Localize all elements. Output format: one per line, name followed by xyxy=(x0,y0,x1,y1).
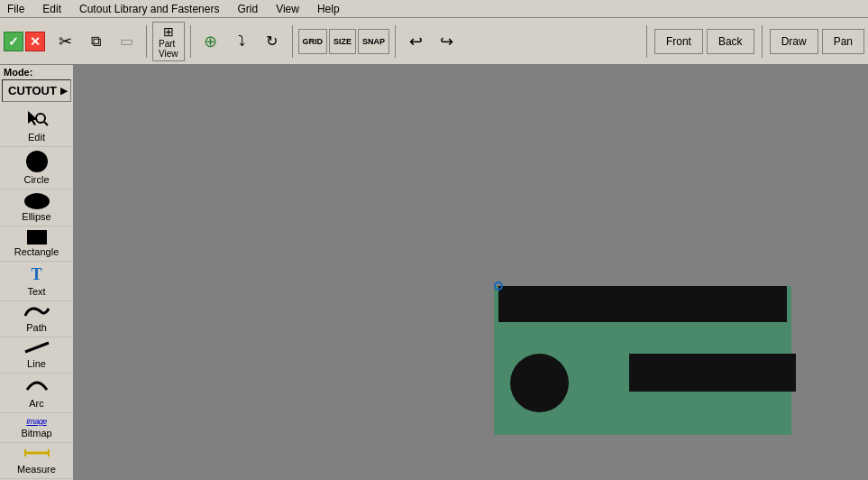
tool-line-label: Line xyxy=(27,358,46,369)
tool-ellipse-label: Ellipse xyxy=(22,211,50,222)
pointer-icon: ⤵ xyxy=(238,33,245,50)
menu-grid[interactable]: Grid xyxy=(233,2,261,16)
separator-3 xyxy=(292,25,293,58)
mode-label: Mode: xyxy=(0,65,73,79)
copy-icon: ⧉ xyxy=(91,33,101,50)
tool-edit-label: Edit xyxy=(28,132,45,143)
separator-1 xyxy=(146,25,147,58)
cut-icon: ✂ xyxy=(59,32,72,51)
tool-text[interactable]: T Text xyxy=(0,262,73,301)
view-button-group: Front Back Draw Pan xyxy=(643,25,864,58)
tool-text-label: Text xyxy=(27,286,45,297)
tool-arc[interactable]: Arc xyxy=(0,374,73,413)
tool-bitmap[interactable]: Image Bitmap xyxy=(0,413,73,443)
back-view-button[interactable]: Back xyxy=(707,29,754,54)
bitmap-icon: Image xyxy=(26,417,47,426)
tool-circle[interactable]: Circle xyxy=(0,147,73,189)
part-view-icon: ⊞ xyxy=(163,24,174,39)
tool-arc-label: Arc xyxy=(29,398,44,409)
redo-icon: ↪ xyxy=(440,32,453,51)
circle-icon xyxy=(26,151,48,172)
tool-ellipse[interactable]: Ellipse xyxy=(0,189,73,226)
snap-toggle[interactable]: SNAP xyxy=(358,29,389,54)
tool-path[interactable]: Path xyxy=(0,301,73,337)
undo-button[interactable]: ↩ xyxy=(401,22,430,61)
menu-help[interactable]: Help xyxy=(314,2,343,16)
tool-measure-label: Measure xyxy=(17,464,56,475)
main-layout: Mode: CUTOUT ▶ Edit Circle xyxy=(0,65,868,480)
menu-view[interactable]: View xyxy=(272,2,303,16)
rectangle-icon xyxy=(27,230,47,245)
separator-6 xyxy=(762,25,763,58)
svg-point-1 xyxy=(36,114,45,123)
measure-icon xyxy=(23,447,50,462)
part-view-label: Part View xyxy=(159,39,178,59)
menu-file[interactable]: File xyxy=(4,2,28,16)
menu-cutout-library[interactable]: Cutout Library and Fasteners xyxy=(76,2,223,16)
canvas-area[interactable] xyxy=(74,65,868,480)
cutout-mode-arrow: ▶ xyxy=(60,86,68,96)
menu-bar: File Edit Cutout Library and Fasteners G… xyxy=(0,0,868,18)
arc-icon xyxy=(23,377,50,396)
tool-measure[interactable]: Measure xyxy=(0,443,73,479)
copy-button[interactable]: ⧉ xyxy=(81,22,110,61)
cutout-top-bar xyxy=(498,286,787,322)
tool-path-label: Path xyxy=(26,322,47,333)
size-toggle[interactable]: SIZE xyxy=(329,29,356,54)
redo-button[interactable]: ↪ xyxy=(432,22,461,61)
cutout-mode-button[interactable]: CUTOUT ▶ xyxy=(2,79,71,102)
cutout-mode-text: CUTOUT xyxy=(8,84,57,97)
pan-button[interactable]: Pan xyxy=(822,29,864,54)
separator-5 xyxy=(646,25,647,58)
tool-line[interactable]: Line xyxy=(0,337,73,374)
tool-circle-label: Circle xyxy=(23,174,49,185)
add-button[interactable]: ⊕ xyxy=(196,22,225,61)
tool-rectangle-label: Rectangle xyxy=(14,246,59,257)
tool-edit[interactable]: Edit xyxy=(0,106,73,147)
part-view-button[interactable]: ⊞ Part View xyxy=(152,22,185,61)
refresh-button[interactable]: ↻ xyxy=(258,22,287,61)
text-icon: T xyxy=(31,265,41,284)
menu-edit[interactable]: Edit xyxy=(39,2,65,16)
tool-bitmap-label: Bitmap xyxy=(21,428,51,438)
accept-button[interactable]: ✓ xyxy=(4,32,23,51)
tool-rectangle[interactable]: Rectangle xyxy=(0,226,73,262)
path-icon xyxy=(23,305,50,320)
paste-button[interactable]: ▭ xyxy=(112,22,141,61)
svg-line-2 xyxy=(44,122,48,125)
separator-2 xyxy=(190,25,191,58)
front-view-button[interactable]: Front xyxy=(654,29,703,54)
sidebar: Mode: CUTOUT ▶ Edit Circle xyxy=(0,65,74,480)
cutout-circle xyxy=(510,354,569,412)
refresh-icon: ↻ xyxy=(266,32,278,50)
line-icon xyxy=(23,341,50,356)
cancel-button[interactable]: ✕ xyxy=(25,32,45,51)
ellipse-icon xyxy=(24,193,50,209)
add-icon: ⊕ xyxy=(204,32,217,51)
toolbar: ✓ ✕ ✂ ⧉ ▭ ⊞ Part View ⊕ ⤵ ↻ GRID SIZE SN… xyxy=(0,18,868,65)
undo-icon: ↩ xyxy=(409,32,423,51)
part-visualization xyxy=(494,282,796,435)
cut-button[interactable]: ✂ xyxy=(50,22,79,61)
edit-icon xyxy=(24,109,50,130)
pointer-button[interactable]: ⤵ xyxy=(227,22,256,61)
svg-line-3 xyxy=(25,343,49,352)
selection-handle[interactable] xyxy=(494,282,503,291)
separator-4 xyxy=(395,25,396,58)
paste-icon: ▭ xyxy=(120,32,133,50)
draw-button[interactable]: Draw xyxy=(770,29,818,54)
cutout-right-rect xyxy=(629,354,796,392)
grid-toggle[interactable]: GRID xyxy=(298,29,328,54)
